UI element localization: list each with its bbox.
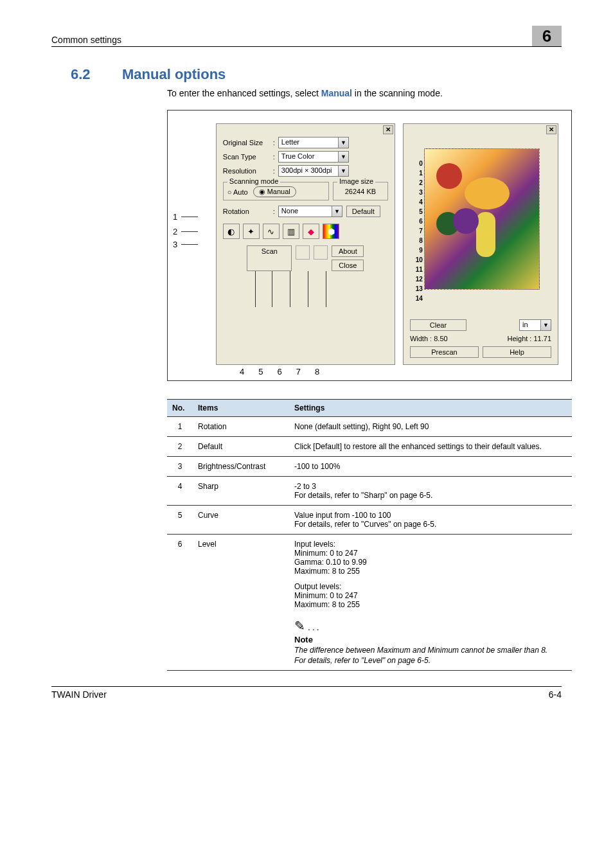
manual-radio[interactable]: ◉ Manual xyxy=(253,186,296,197)
left-callouts: 1 2 3 xyxy=(173,208,198,251)
chevron-down-icon[interactable]: ▼ xyxy=(338,166,348,176)
image-size-group: Image size 26244 KB xyxy=(333,182,388,200)
intro-post: in the scanning mode. xyxy=(352,88,443,98)
callout-1: 1 xyxy=(173,212,177,222)
level-icon[interactable]: ▥ xyxy=(283,224,299,239)
note-body-2: For details, refer to "Level" on page 6-… xyxy=(294,656,567,665)
th-items: Items xyxy=(193,400,289,417)
callout-5: 5 xyxy=(258,367,263,376)
clear-button[interactable]: Clear xyxy=(410,319,466,331)
tool-button-a[interactable] xyxy=(296,245,310,260)
footer-right: 6-4 xyxy=(549,689,562,700)
th-settings: Settings xyxy=(289,400,572,417)
scanning-mode-group: Scanning mode ○ Auto ◉ Manual xyxy=(223,182,329,200)
preview-image[interactable] xyxy=(424,148,540,290)
sharp-icon[interactable]: ✦ xyxy=(243,224,260,239)
section-number: 6.2 xyxy=(71,66,122,83)
callout-6: 6 xyxy=(277,367,281,376)
table-row: 6 Level Input levels: Minimum: 0 to 247 … xyxy=(167,535,572,671)
screenshot-frame: 1 2 3 ✕ Original Size : xyxy=(167,110,572,381)
section-title: Manual options xyxy=(122,66,226,83)
footer-left: TWAIN Driver xyxy=(51,689,107,700)
callout-4: 4 xyxy=(240,367,244,376)
curve-icon[interactable]: ∿ xyxy=(263,224,280,239)
scanning-mode-label: Scanning mode xyxy=(227,177,280,185)
header-left: Common settings xyxy=(51,35,121,45)
table-row: 3 Brightness/Contrast -100 to 100% xyxy=(167,457,572,477)
settings-table: No. Items Settings 1 Rotation None (defa… xyxy=(167,399,572,671)
original-size-label: Original Size xyxy=(223,139,273,146)
default-button[interactable]: Default xyxy=(346,206,380,217)
chevron-down-icon[interactable]: ▼ xyxy=(338,137,348,148)
table-row: 2 Default Click [Default] to restore all… xyxy=(167,437,572,457)
chevron-down-icon[interactable]: ▼ xyxy=(540,320,551,330)
chapter-badge: 6 xyxy=(532,26,562,46)
scan-type-label: Scan Type xyxy=(223,153,273,161)
callout-8: 8 xyxy=(315,367,319,376)
close-icon[interactable]: ✕ xyxy=(546,125,556,134)
brightness-contrast-icon[interactable]: ◐ xyxy=(223,224,240,239)
settings-dialog: ✕ Original Size : Letter ▼ Scan Type : T… xyxy=(216,123,395,365)
intro-pre: To enter the enhanced settings, select xyxy=(167,88,321,98)
callout-2: 2 xyxy=(173,227,177,236)
about-button[interactable]: About xyxy=(332,245,364,257)
note-icon: ✎... xyxy=(294,618,567,633)
intro-text: To enter the enhanced settings, select M… xyxy=(167,88,562,98)
height-label: Height : 11.71 xyxy=(483,335,551,342)
th-no: No. xyxy=(167,400,193,417)
original-size-select[interactable]: Letter ▼ xyxy=(278,137,349,148)
auto-radio[interactable]: ○ Auto xyxy=(227,188,248,196)
preview-dialog: ✕ 0 1 2 3 4 5 6 7 8 01234567891011121314 xyxy=(403,123,558,365)
rotation-row: Rotation : None ▼ Default xyxy=(223,206,388,217)
color-balance-icon[interactable]: ◆ xyxy=(303,224,319,239)
image-size-value: 26244 KB xyxy=(337,186,384,195)
tool-button-b[interactable] xyxy=(314,245,328,260)
help-button[interactable]: Help xyxy=(483,346,551,358)
scan-button[interactable]: Scan xyxy=(247,245,292,271)
intro-highlight: Manual xyxy=(321,88,352,98)
width-label: Width : 8.50 xyxy=(410,335,479,342)
callout-3: 3 xyxy=(173,240,177,249)
resolution-label: Resolution xyxy=(223,167,273,175)
rotation-label: Rotation xyxy=(223,208,273,215)
callout-7: 7 xyxy=(296,367,301,376)
ruler-left: 01234567891011121314 xyxy=(413,159,423,306)
table-row: 4 Sharp -2 to 3 For details, refer to "S… xyxy=(167,477,572,506)
unit-select[interactable]: in ▼ xyxy=(519,319,551,331)
chevron-down-icon[interactable]: ▼ xyxy=(332,206,342,217)
rotation-select[interactable]: None ▼ xyxy=(278,206,342,217)
note-body-1: The difference between Maximum and Minim… xyxy=(294,646,567,655)
prescan-button[interactable]: Prescan xyxy=(410,346,479,358)
table-row: 5 Curve Value input from -100 to 100 For… xyxy=(167,506,572,535)
bottom-callouts: 4 5 6 7 8 xyxy=(240,367,319,376)
hue-icon[interactable]: ⬢ xyxy=(323,224,339,239)
note-label: Note xyxy=(294,635,567,644)
image-size-label: Image size xyxy=(337,177,375,185)
chevron-down-icon[interactable]: ▼ xyxy=(338,152,348,162)
close-icon[interactable]: ✕ xyxy=(383,125,393,134)
close-button[interactable]: Close xyxy=(332,260,364,271)
resolution-select[interactable]: 300dpi × 300dpi ▼ xyxy=(278,165,349,177)
table-row: 1 Rotation None (default setting), Right… xyxy=(167,417,572,437)
tool-icons: ◐ ✦ ∿ ▥ ◆ ⬢ xyxy=(223,224,388,239)
scan-type-select[interactable]: True Color ▼ xyxy=(278,151,349,163)
